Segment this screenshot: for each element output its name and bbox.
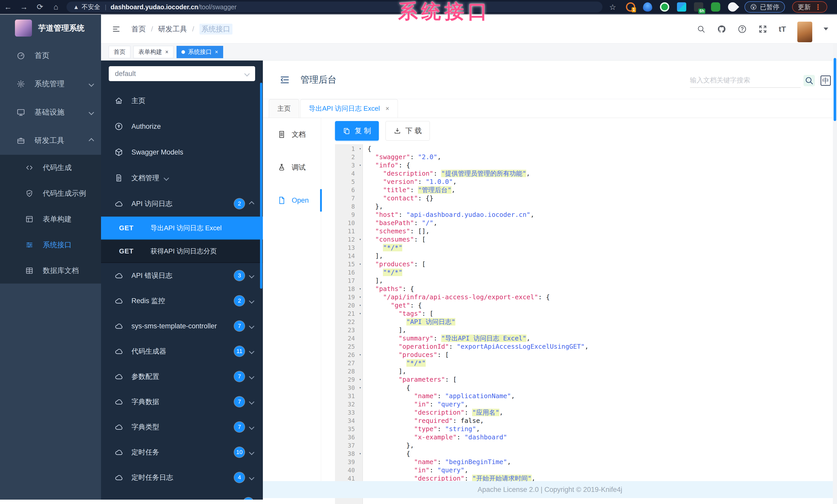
api-menu-item-Swagger Models[interactable]: Swagger Models — [101, 139, 263, 165]
sidebar-item-首页[interactable]: 首页 — [0, 41, 101, 70]
download-button[interactable]: 下 载 — [386, 121, 430, 141]
tab-表单构建[interactable]: 表单构建× — [133, 46, 174, 58]
profile-paused-chip[interactable]: 😲 已暂停 — [745, 1, 785, 13]
api-menu-item-Authorize[interactable]: Authorize — [101, 114, 263, 139]
api-menu-item-Redis 监控[interactable]: Redis 监控2 — [101, 288, 263, 313]
api-menu-item-主页[interactable]: 主页 — [101, 88, 263, 114]
fold-caret-icon[interactable]: ▾ — [359, 309, 361, 318]
user-menu-caret-icon[interactable] — [824, 27, 828, 31]
chevron-up-icon — [89, 138, 94, 143]
sidebar-item-基础设施[interactable]: 基础设施 — [0, 98, 101, 127]
sidebar-item-研发工具[interactable]: 研发工具 — [0, 127, 101, 155]
sidebar-item-label: 系统管理 — [35, 79, 65, 89]
extension-icon-green-circle[interactable] — [660, 2, 669, 12]
extension-icon-orange[interactable]: 1 — [626, 2, 635, 12]
copy-button[interactable]: 复 制 — [335, 121, 379, 141]
sidebar-subitem-系统接口[interactable]: 系统接口 — [0, 232, 101, 258]
fold-caret-icon[interactable]: ▾ — [359, 375, 361, 384]
browser-back-button[interactable]: ← — [0, 0, 16, 14]
page-scrollbar-thumb[interactable] — [834, 58, 836, 121]
editor-line-number: 16 — [335, 268, 362, 277]
json-editor[interactable]: 1▾23▾456789101112▾131415▾161718▾19▾20▾21… — [335, 144, 831, 504]
extension-icon-grid[interactable] — [677, 2, 686, 12]
api-menu-item-定时任务[interactable]: 定时任务10 — [101, 440, 263, 465]
hamburger-icon[interactable] — [112, 25, 121, 34]
bookmark-star-icon[interactable]: ☆ — [609, 3, 616, 12]
browser-forward-button[interactable]: → — [16, 0, 32, 14]
api-menu-label: API 访问日志 — [131, 199, 173, 208]
fold-caret-icon[interactable]: ▾ — [359, 384, 361, 392]
browser-home-button[interactable]: ⌂ — [48, 0, 64, 14]
user-avatar[interactable] — [797, 22, 812, 42]
editor-line-number: 2 — [335, 153, 362, 161]
doc-tab-导出API 访问日志 Excel[interactable]: 导出API 访问日志 Excel× — [300, 99, 398, 118]
api-menu-item-API 访问日志[interactable]: API 访问日志2 — [101, 191, 263, 217]
browser-update-button[interactable]: 更新 ⋮ — [792, 1, 827, 13]
sidebar-subitem-label: 代码生成 — [43, 163, 72, 172]
fold-caret-icon[interactable]: ▾ — [359, 351, 361, 359]
sidebar-item-系统管理[interactable]: 系统管理 — [0, 70, 101, 98]
api-menu-item-文档管理[interactable]: 文档管理 — [101, 165, 263, 191]
browser-menu-icon[interactable]: ⋮ — [814, 3, 821, 11]
fold-caret-icon[interactable]: ▾ — [359, 449, 361, 458]
doc-search-input[interactable]: 输入文档关键字搜索 — [690, 73, 801, 88]
sidebar-scrollbar[interactable] — [260, 83, 262, 289]
extension-icon-green[interactable] — [711, 2, 720, 12]
sidebar-subitem-数据库文档[interactable]: 数据库文档 — [0, 258, 101, 283]
fold-caret-icon[interactable]: ▾ — [359, 260, 361, 268]
api-menu-item-sys-sms-template-controller[interactable]: sys-sms-template-controller7 — [101, 313, 263, 339]
fold-caret-icon[interactable]: ▾ — [359, 293, 361, 301]
api-menu-item-定时任务日志[interactable]: 定时任务日志4 — [101, 465, 263, 490]
fold-caret-icon[interactable]: ▾ — [359, 301, 361, 309]
editor-code-line: "operationId": "exportApiAccessLogExcelU… — [368, 342, 831, 351]
sidebar-subitem-表单构建[interactable]: 表单构建 — [0, 206, 101, 232]
api-menu-item-API 错误日志[interactable]: API 错误日志3 — [101, 263, 263, 288]
side-tab-文档[interactable]: 文档 — [263, 118, 321, 151]
editor-code-line: ], — [368, 367, 831, 375]
breadcrumb-item[interactable]: 首页 — [131, 24, 146, 34]
font-size-icon[interactable]: tT — [779, 25, 786, 34]
side-tab-Open[interactable]: Open — [263, 184, 321, 217]
side-tab-调试[interactable]: 调试 — [263, 151, 321, 184]
extension-icon-star[interactable] — [726, 1, 739, 14]
api-menu-item-字典类型[interactable]: 字典类型7 — [101, 414, 263, 440]
sidebar-subitem-代码生成示例[interactable]: 代码生成示例 — [0, 181, 101, 206]
fullscreen-icon[interactable] — [758, 24, 767, 34]
api-menu-item-partial[interactable] — [101, 490, 263, 500]
cube-icon — [114, 148, 123, 156]
fold-caret-icon[interactable]: ▾ — [359, 235, 361, 243]
editor-code-line: "*/*" — [368, 268, 831, 277]
language-icon[interactable]: 中 — [820, 75, 831, 86]
doc-tab-主页[interactable]: 主页 — [269, 99, 299, 118]
editor-code-line: "name": "applicationName", — [368, 392, 831, 400]
fold-caret-icon[interactable]: ▾ — [359, 284, 361, 293]
doc-search-icon[interactable] — [803, 75, 815, 86]
fold-caret-icon[interactable]: ▾ — [359, 145, 361, 153]
api-menu-item-参数配置[interactable]: 参数配置7 — [101, 364, 263, 389]
browser-address-bar[interactable]: ▲ 不安全 | dashboard.yudao.iocoder.cn /tool… — [67, 2, 603, 12]
app-logo[interactable]: 芋道管理系统 — [0, 15, 101, 41]
fold-caret-icon[interactable]: ▾ — [359, 161, 361, 169]
extension-icon-blue-pin[interactable] — [643, 2, 652, 12]
close-icon[interactable]: × — [386, 105, 389, 112]
extension-icon-dark[interactable]: 6h — [694, 2, 703, 12]
close-icon[interactable]: × — [215, 49, 218, 55]
profile-emoji: 😲 — [750, 3, 757, 11]
sidebar-subitem-代码生成[interactable]: 代码生成 — [0, 155, 101, 181]
tab-首页[interactable]: 首页 — [109, 46, 130, 58]
search-icon[interactable] — [697, 25, 706, 34]
api-menu-item-字典数据[interactable]: 字典数据7 — [101, 389, 263, 414]
page-scrollbar[interactable] — [833, 44, 837, 504]
api-operation-获得API 访问日志分页[interactable]: GET获得API 访问日志分页 — [101, 240, 263, 263]
api-operation-导出API 访问日志 Excel[interactable]: GET导出API 访问日志 Excel — [101, 217, 263, 240]
tab-系统接口[interactable]: 系统接口× — [177, 46, 223, 58]
api-group-select[interactable]: default — [109, 66, 255, 81]
github-icon[interactable] — [717, 24, 726, 34]
browser-reload-button[interactable]: ⟳ — [32, 0, 48, 14]
menu-fold-icon[interactable] — [279, 74, 290, 85]
security-label[interactable]: 不安全 — [82, 3, 100, 11]
help-icon[interactable] — [737, 24, 747, 34]
close-icon[interactable]: × — [165, 49, 168, 55]
api-menu-item-代码生成器[interactable]: 代码生成器11 — [101, 339, 263, 364]
breadcrumb-item[interactable]: 研发工具 — [158, 24, 187, 34]
